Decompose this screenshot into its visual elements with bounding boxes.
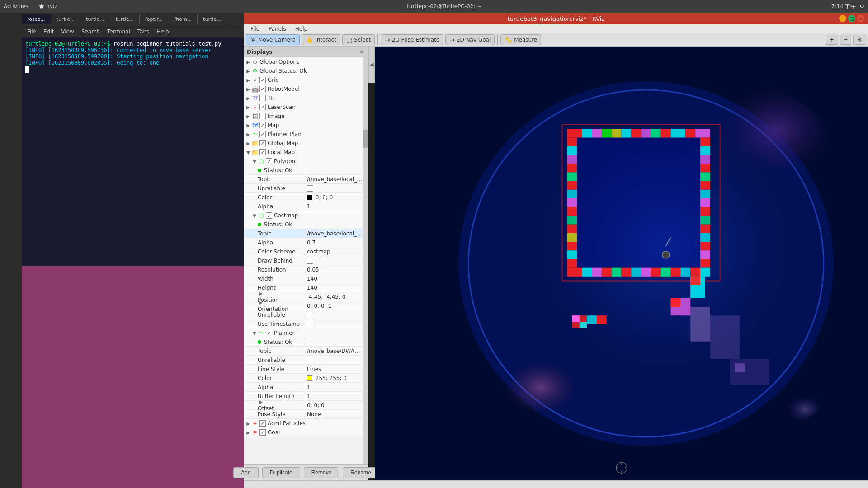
zoom-in-button[interactable]: + [826,35,838,45]
menu-search[interactable]: Search [78,28,104,36]
expand-costmap[interactable]: ▼ [251,212,258,219]
expand-image[interactable]: ▶ [245,113,251,119]
tree-view[interactable]: ▶ ⚙ Global Options ▶ ⚙ Global Status: Ok [244,57,363,464]
tree-item-global-options[interactable]: ▶ ⚙ Global Options [244,57,363,66]
costmap-svg [375,47,868,480]
tree-item-planner[interactable]: ▼ 〜 Planner [244,328,363,338]
tree-item-robotmodel[interactable]: ▶ 🤖 RobotModel [244,84,363,94]
expand-robotmodel[interactable]: ▶ [245,86,251,92]
terminal-tab-3[interactable]: turtle... [110,14,140,24]
expand-laserscan[interactable]: ▶ [245,104,251,110]
add-button[interactable]: Add [233,467,258,478]
panel-bottom-empty [244,437,363,464]
expand-planner-plan[interactable]: ▶ [245,131,251,137]
local-map-checkbox[interactable] [259,149,266,155]
costmap-draw-behind-checkbox[interactable] [307,258,313,264]
expand-global-options[interactable]: ▶ [245,59,251,65]
rviz-menu-file[interactable]: File [246,25,264,33]
duplicate-button[interactable]: Duplicate [262,467,300,478]
planner-plan-checkbox[interactable] [259,131,266,137]
tree-item-global-map[interactable]: ▶ 📁 Global Map [244,139,363,148]
scrollbar-thumb[interactable] [363,130,368,148]
polygon-unreliable-checkbox[interactable] [307,185,313,192]
move-camera-button[interactable]: 🖱 Move Camera [246,34,300,45]
polygon-checkbox[interactable] [266,158,272,164]
planner-buffer-length-name: Buffer Length [244,393,305,399]
interact-button[interactable]: 👆 Interact [302,34,340,45]
rviz-menu-panels[interactable]: Panels [264,25,291,33]
menu-edit[interactable]: Edit [40,28,57,36]
tree-item-costmap[interactable]: ▼ ⬡ Costmap [244,211,363,220]
tree-item-planner-plan[interactable]: ▶ 〜 Planner Plan [244,130,363,139]
global-map-checkbox[interactable] [259,140,266,146]
expand-grid[interactable]: ▶ [245,77,251,83]
goal-checkbox[interactable] [259,429,266,436]
expand-acml-particles[interactable]: ▶ [245,420,251,427]
tree-item-global-status[interactable]: ▶ ⚙ Global Status: Ok [244,66,363,75]
tree-item-local-map[interactable]: ▼ 📁 Local Map [244,148,363,157]
expand-costmap-position[interactable]: ▶ [258,291,264,297]
terminal-tab-4[interactable]: /opt/r... [140,14,169,24]
terminal-tab-2[interactable]: turtle... [80,14,110,24]
nav-goal-button[interactable]: → 2D Nav Goal [445,34,495,45]
remove-button[interactable]: Remove [304,467,340,478]
menu-file[interactable]: File [24,28,40,36]
acml-particles-checkbox[interactable] [259,420,266,427]
tree-item-map[interactable]: ▶ 🗺 Map [244,121,363,130]
expand-goal[interactable]: ▶ [245,429,251,436]
pose-estimate-button[interactable]: → 2D Pose Estimate [381,34,443,45]
planner-unreliable-checkbox[interactable] [307,357,313,363]
rename-button[interactable]: Rename [343,467,378,478]
menu-view[interactable]: View [57,28,77,36]
rviz-viewport[interactable] [375,47,868,480]
costmap-unreliable-checkbox[interactable] [307,312,313,318]
tree-item-polygon[interactable]: ▼ ⬡ Polygon [244,157,363,166]
terminal-tab-5[interactable]: /hom... [169,14,198,24]
expand-planner-offset[interactable]: ▶ [258,399,264,405]
terminal-tab-0[interactable]: rosco... [22,14,51,24]
expand-local-map[interactable]: ▼ [245,149,251,155]
expand-global-status[interactable]: ▶ [245,68,251,74]
tree-item-grid[interactable]: ▶ # Grid [244,75,363,84]
measure-button[interactable]: 📏 Measure [500,34,541,45]
rviz-menu-help[interactable]: Help [291,25,312,33]
costmap-checkbox[interactable] [266,212,272,219]
map-checkbox[interactable] [259,122,266,128]
svg-rect-47 [700,225,710,233]
menu-terminal[interactable]: Terminal [104,28,134,36]
tree-item-laserscan[interactable]: ▶ ⚡ LaserScan [244,103,363,112]
expand-costmap-orientation[interactable]: ▶ [258,300,264,306]
tree-item-image[interactable]: ▶ 🖼 Image [244,112,363,121]
zoom-in-icon: + [830,37,834,43]
costmap-use-timestamp-checkbox[interactable] [307,321,313,327]
collapse-arrow[interactable]: ◀ [368,47,375,83]
activities-label[interactable]: Activities [4,3,28,9]
laserscan-checkbox[interactable] [259,104,266,110]
expand-map[interactable]: ▶ [245,122,251,128]
grid-checkbox[interactable] [259,77,266,83]
zoom-out-button[interactable]: ─ [840,35,851,45]
displays-scrollbar[interactable] [363,57,368,464]
planner-checkbox[interactable] [266,330,272,336]
terminal-tab-6[interactable]: turtle... [198,14,227,24]
settings-btn[interactable]: ⚙ [853,35,866,45]
image-checkbox[interactable] [259,113,266,119]
settings-icon[interactable]: ⚙ [859,3,864,9]
close-button[interactable]: ✕ [857,15,864,22]
maximize-button[interactable]: □ [848,15,855,22]
menu-tabs[interactable]: Tabs [134,28,153,36]
expand-polygon[interactable]: ▼ [251,158,258,164]
expand-tf[interactable]: ▶ [245,95,251,101]
expand-global-map[interactable]: ▶ [245,140,251,146]
tree-item-tf[interactable]: ▶ Tf TF [244,94,363,103]
select-button[interactable]: ⬚ Select [342,34,375,45]
tf-checkbox[interactable] [259,95,266,101]
tree-item-acml-particles[interactable]: ▶ ✦ Acml Particles [244,419,363,428]
tree-item-goal[interactable]: ▶ ⚑ Goal [244,428,363,437]
terminal-tab-1[interactable]: turtle... [51,14,80,24]
displays-close-button[interactable]: ✕ [358,48,365,56]
robotmodel-checkbox[interactable] [259,86,266,92]
expand-planner[interactable]: ▼ [251,330,258,336]
minimize-button[interactable]: ─ [839,15,846,22]
menu-help[interactable]: Help [153,28,172,36]
